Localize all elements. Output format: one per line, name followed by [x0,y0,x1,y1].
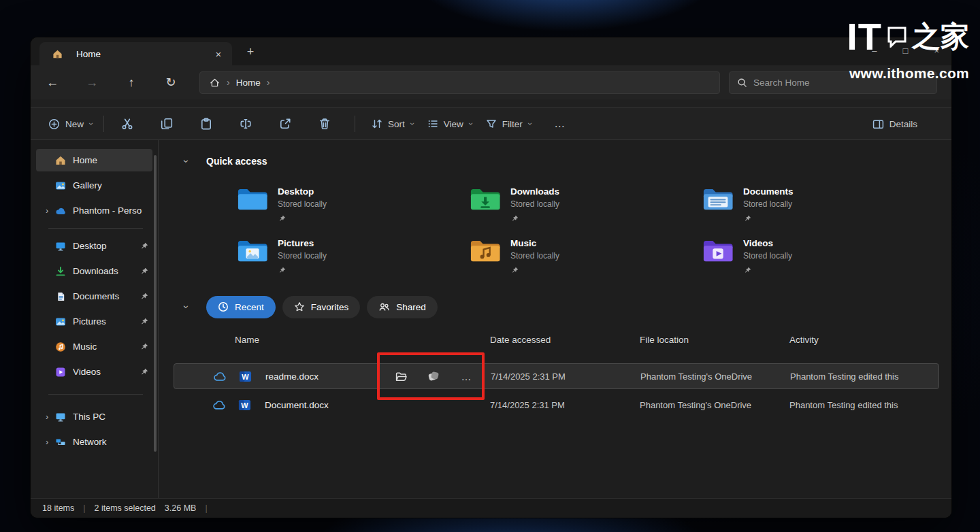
sidebar-item-documents[interactable]: Documents [36,285,152,307]
quick-access-downloads[interactable]: Downloads Stored locally [470,185,702,225]
view-button[interactable]: View › [421,112,479,135]
refresh-button[interactable]: ↻ [160,71,182,93]
music-folder-icon [470,237,501,264]
sidebar-item-onedrive[interactable]: › Phantom - Perso [36,199,152,222]
scissors-icon [121,118,133,130]
tab-recent[interactable]: Recent [206,296,276,318]
sidebar-item-this-pc[interactable]: › This PC [36,405,152,428]
tab-shared[interactable]: Shared [367,296,438,318]
chevron-down-icon: › [525,122,535,125]
breadcrumb-segment-home[interactable]: Home [236,78,261,88]
speech-bubble-icon [887,26,907,48]
quick-access-grid: Desktop Stored locally Downloads Stored … [237,185,951,276]
chevron-right-icon[interactable]: › [42,412,52,422]
back-button[interactable]: ← [42,71,63,93]
more-actions-button[interactable]: … [459,371,474,382]
sidebar-item-videos[interactable]: Videos [36,361,152,383]
quick-access-subtitle: Stored locally [743,199,794,209]
quick-access-subtitle: Stored locally [510,199,559,209]
ithome-watermark: IT 之家 www.ithome.com [847,10,969,82]
paste-icon [200,118,212,130]
quick-access-music[interactable]: Music Stored locally [470,237,702,276]
column-header-name[interactable]: Name [174,335,490,345]
quick-access-pictures[interactable]: Pictures Stored locally [237,237,470,276]
tab-close-icon[interactable]: × [210,46,227,62]
sidebar-item-music[interactable]: Music [36,335,152,358]
filter-button[interactable]: Filter › [479,112,538,135]
file-row-document[interactable]: W Document.docx 7/14/2025 2:31 PM Phanto… [174,392,939,418]
share-button[interactable] [272,112,299,135]
quick-access-videos[interactable]: Videos Stored locally [702,237,935,276]
new-button[interactable]: New › [42,112,99,135]
videos-folder-icon [702,237,734,264]
up-button[interactable]: ↑ [120,71,142,93]
onedrive-cloud-icon [54,205,67,216]
sidebar-item-downloads[interactable]: Downloads [36,260,152,282]
sort-icon [372,118,382,129]
sidebar-item-network[interactable]: › Network [36,431,152,453]
status-divider: | [83,503,85,513]
sidebar-item-gallery[interactable]: Gallery [36,174,152,197]
file-location: Phantom Testing's OneDrive [640,371,790,382]
network-icon [54,436,67,448]
tab-home[interactable]: Home × [39,42,232,65]
recent-section-header: › Recent Favorites Shared [174,297,951,317]
file-list: W readme.docx 7/14/2025 2:31 PM Phantom … [174,363,939,418]
quick-access-subtitle: Stored locally [278,251,327,261]
copilot-icon [427,370,440,382]
paste-button[interactable] [193,112,220,135]
pin-icon [745,264,792,276]
open-file-location-button[interactable] [393,371,408,382]
chevron-right-icon[interactable]: › [42,437,52,447]
file-row-readme[interactable]: W readme.docx 7/14/2025 2:31 PM Phantom … [174,363,939,389]
navigation-bar: ← → ↑ ↻ › Home › [31,65,951,99]
tab-title: Home [76,49,203,59]
sidebar-item-desktop[interactable]: Desktop [36,235,152,257]
quick-access-desktop[interactable]: Desktop Stored locally [237,185,470,225]
collapse-chevron-icon[interactable]: › [181,302,192,312]
file-activity: Phantom Testing edited this [790,371,938,382]
toolbar-divider [103,116,104,132]
pin-icon [512,212,559,225]
new-tab-button[interactable]: + [242,43,259,61]
cloud-status-icon [212,399,226,410]
sort-button[interactable]: Sort › [365,112,421,135]
status-divider: | [205,503,207,513]
pin-icon [279,264,327,276]
column-header-file-location[interactable]: File location [640,335,789,345]
cloud-status-icon [213,371,227,382]
details-button[interactable]: Details [866,112,924,135]
quick-access-name: Desktop [278,186,327,197]
navigation-pane: Home Gallery › Phantom - Perso [31,140,159,498]
cut-button[interactable] [114,112,141,135]
rename-button[interactable] [232,112,259,135]
sidebar-item-pictures[interactable]: Pictures [36,310,152,333]
rename-icon [240,118,252,130]
column-header-date-accessed[interactable]: Date accessed [490,335,640,345]
collapse-chevron-icon[interactable]: › [181,156,192,166]
quick-access-documents[interactable]: Documents Stored locally [702,185,935,225]
forward-button[interactable]: → [81,71,103,93]
more-options-button[interactable]: … [548,118,572,130]
logo-text: IT [847,18,882,56]
address-bar[interactable]: › Home › [199,71,720,94]
sidebar-item-home[interactable]: Home [36,149,152,171]
sidebar-scrollbar[interactable] [154,155,157,452]
row-hover-actions: … [393,364,474,388]
chevron-right-icon[interactable]: › [42,206,52,216]
quick-access-name: Downloads [510,186,559,197]
ask-copilot-button[interactable] [426,370,441,382]
pin-icon [512,264,559,276]
pin-icon [745,212,794,225]
chevron-down-icon: › [86,122,96,125]
quick-access-subtitle: Stored locally [278,199,327,209]
breadcrumb-chevron-icon[interactable]: › [267,77,270,88]
delete-button[interactable] [311,112,338,135]
music-icon [54,341,67,352]
column-header-activity[interactable]: Activity [789,335,939,345]
pin-icon [279,212,327,225]
star-icon [294,301,305,312]
file-name: readme.docx [265,371,318,382]
copy-button[interactable] [153,112,180,135]
tab-favorites[interactable]: Favorites [282,296,361,318]
